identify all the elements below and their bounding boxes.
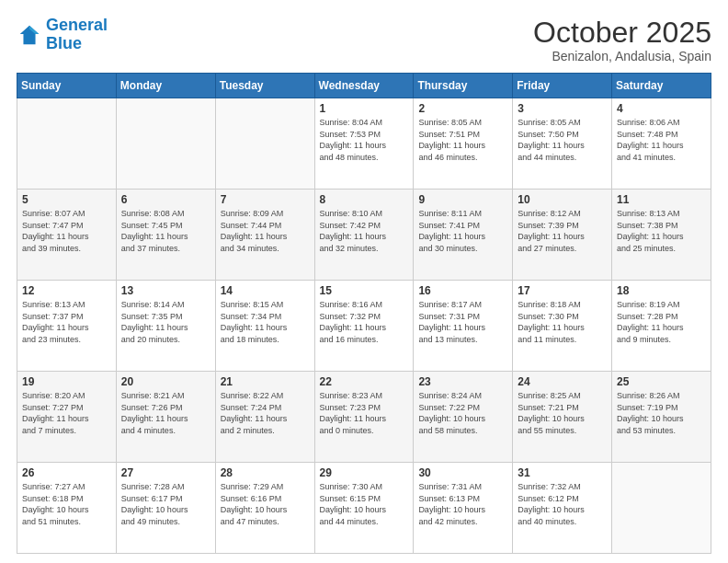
day-number: 13 (121, 284, 210, 297)
calendar-cell: 25Sunrise: 8:26 AM Sunset: 7:19 PM Dayli… (612, 372, 711, 463)
day-info: Sunrise: 8:10 AM Sunset: 7:42 PM Dayligh… (320, 208, 409, 254)
calendar-cell: 15Sunrise: 8:16 AM Sunset: 7:32 PM Dayli… (314, 281, 414, 372)
day-info: Sunrise: 8:18 AM Sunset: 7:30 PM Dayligh… (518, 299, 607, 345)
day-info: Sunrise: 7:31 AM Sunset: 6:13 PM Dayligh… (418, 481, 507, 527)
calendar-week-row: 5Sunrise: 8:07 AM Sunset: 7:47 PM Daylig… (17, 190, 711, 281)
day-number: 22 (320, 375, 409, 388)
calendar-cell: 11Sunrise: 8:13 AM Sunset: 7:38 PM Dayli… (612, 190, 711, 281)
day-info: Sunrise: 8:06 AM Sunset: 7:48 PM Dayligh… (617, 117, 706, 163)
day-number: 2 (418, 102, 507, 115)
calendar-cell: 3Sunrise: 8:05 AM Sunset: 7:50 PM Daylig… (513, 98, 612, 190)
calendar-cell: 21Sunrise: 8:22 AM Sunset: 7:24 PM Dayli… (215, 372, 314, 463)
day-number: 4 (617, 102, 706, 115)
calendar-cell: 14Sunrise: 8:15 AM Sunset: 7:34 PM Dayli… (215, 281, 314, 372)
day-number: 31 (518, 466, 607, 479)
calendar-cell: 10Sunrise: 8:12 AM Sunset: 7:39 PM Dayli… (513, 190, 612, 281)
day-info: Sunrise: 8:21 AM Sunset: 7:26 PM Dayligh… (121, 390, 210, 436)
calendar-cell: 22Sunrise: 8:23 AM Sunset: 7:23 PM Dayli… (314, 372, 414, 463)
calendar-cell: 29Sunrise: 7:30 AM Sunset: 6:15 PM Dayli… (314, 463, 414, 554)
calendar-cell: 31Sunrise: 7:32 AM Sunset: 6:12 PM Dayli… (513, 463, 612, 554)
calendar-cell: 18Sunrise: 8:19 AM Sunset: 7:28 PM Dayli… (612, 281, 711, 372)
day-number: 23 (418, 375, 507, 388)
day-number: 9 (418, 193, 507, 206)
day-number: 28 (221, 466, 310, 479)
day-info: Sunrise: 8:25 AM Sunset: 7:21 PM Dayligh… (518, 390, 607, 436)
day-info: Sunrise: 8:12 AM Sunset: 7:39 PM Dayligh… (518, 208, 607, 254)
subtitle: Benizalon, Andalusia, Spain (533, 49, 711, 63)
day-number: 14 (221, 284, 310, 297)
calendar-cell: 7Sunrise: 8:09 AM Sunset: 7:44 PM Daylig… (215, 190, 314, 281)
calendar-cell: 26Sunrise: 7:27 AM Sunset: 6:18 PM Dayli… (17, 463, 117, 554)
calendar-cell: 13Sunrise: 8:14 AM Sunset: 7:35 PM Dayli… (116, 281, 215, 372)
calendar-day-header: Sunday (17, 74, 117, 98)
calendar-cell: 8Sunrise: 8:10 AM Sunset: 7:42 PM Daylig… (314, 190, 414, 281)
day-number: 7 (221, 193, 310, 206)
calendar-day-header: Friday (513, 74, 612, 98)
calendar-cell: 19Sunrise: 8:20 AM Sunset: 7:27 PM Dayli… (17, 372, 117, 463)
day-number: 17 (518, 284, 607, 297)
calendar-cell: 2Sunrise: 8:05 AM Sunset: 7:51 PM Daylig… (414, 98, 513, 190)
calendar-cell: 6Sunrise: 8:08 AM Sunset: 7:45 PM Daylig… (116, 190, 215, 281)
page: General Blue October 2025 Benizalon, And… (0, 0, 728, 563)
day-info: Sunrise: 8:05 AM Sunset: 7:50 PM Dayligh… (518, 117, 607, 163)
calendar-cell: 4Sunrise: 8:06 AM Sunset: 7:48 PM Daylig… (612, 98, 711, 190)
day-number: 27 (121, 466, 210, 479)
day-info: Sunrise: 8:04 AM Sunset: 7:53 PM Dayligh… (320, 117, 409, 163)
day-info: Sunrise: 8:07 AM Sunset: 7:47 PM Dayligh… (22, 208, 111, 254)
day-info: Sunrise: 8:22 AM Sunset: 7:24 PM Dayligh… (221, 390, 310, 436)
logo-text: General Blue (46, 17, 108, 53)
calendar-week-row: 26Sunrise: 7:27 AM Sunset: 6:18 PM Dayli… (17, 463, 711, 554)
calendar-day-header: Thursday (414, 74, 513, 98)
day-info: Sunrise: 8:26 AM Sunset: 7:19 PM Dayligh… (617, 390, 706, 436)
day-number: 21 (221, 375, 310, 388)
day-info: Sunrise: 7:28 AM Sunset: 6:17 PM Dayligh… (121, 481, 210, 527)
calendar-cell: 27Sunrise: 7:28 AM Sunset: 6:17 PM Dayli… (116, 463, 215, 554)
calendar-day-header: Saturday (612, 74, 711, 98)
day-number: 24 (518, 375, 607, 388)
calendar-week-row: 12Sunrise: 8:13 AM Sunset: 7:37 PM Dayli… (17, 281, 711, 372)
calendar-day-header: Wednesday (314, 74, 414, 98)
day-info: Sunrise: 7:30 AM Sunset: 6:15 PM Dayligh… (320, 481, 409, 527)
day-info: Sunrise: 8:24 AM Sunset: 7:22 PM Dayligh… (418, 390, 507, 436)
day-number: 6 (121, 193, 210, 206)
calendar-day-header: Monday (116, 74, 215, 98)
day-number: 12 (22, 284, 111, 297)
calendar-cell: 16Sunrise: 8:17 AM Sunset: 7:31 PM Dayli… (414, 281, 513, 372)
calendar-cell: 17Sunrise: 8:18 AM Sunset: 7:30 PM Dayli… (513, 281, 612, 372)
logo: General Blue (17, 17, 108, 53)
calendar-cell: 5Sunrise: 8:07 AM Sunset: 7:47 PM Daylig… (17, 190, 117, 281)
day-number: 19 (22, 375, 111, 388)
calendar-cell (215, 98, 314, 190)
day-number: 11 (617, 193, 706, 206)
calendar-cell: 12Sunrise: 8:13 AM Sunset: 7:37 PM Dayli… (17, 281, 117, 372)
calendar-table: SundayMondayTuesdayWednesdayThursdayFrid… (17, 73, 711, 554)
calendar-cell: 20Sunrise: 8:21 AM Sunset: 7:26 PM Dayli… (116, 372, 215, 463)
day-number: 16 (418, 284, 507, 297)
day-number: 1 (320, 102, 409, 115)
day-info: Sunrise: 8:05 AM Sunset: 7:51 PM Dayligh… (418, 117, 507, 163)
day-info: Sunrise: 7:32 AM Sunset: 6:12 PM Dayligh… (518, 481, 607, 527)
calendar-cell: 30Sunrise: 7:31 AM Sunset: 6:13 PM Dayli… (414, 463, 513, 554)
header: General Blue October 2025 Benizalon, And… (17, 17, 711, 63)
day-number: 10 (518, 193, 607, 206)
day-number: 8 (320, 193, 409, 206)
calendar-cell: 1Sunrise: 8:04 AM Sunset: 7:53 PM Daylig… (314, 98, 414, 190)
logo-icon (17, 22, 42, 48)
calendar-cell: 28Sunrise: 7:29 AM Sunset: 6:16 PM Dayli… (215, 463, 314, 554)
logo-line1: General (46, 16, 108, 34)
day-info: Sunrise: 8:14 AM Sunset: 7:35 PM Dayligh… (121, 299, 210, 345)
main-title: October 2025 (533, 17, 711, 49)
day-info: Sunrise: 8:13 AM Sunset: 7:37 PM Dayligh… (22, 299, 111, 345)
day-number: 20 (121, 375, 210, 388)
calendar-header-row: SundayMondayTuesdayWednesdayThursdayFrid… (17, 74, 711, 98)
calendar-cell: 23Sunrise: 8:24 AM Sunset: 7:22 PM Dayli… (414, 372, 513, 463)
title-area: October 2025 Benizalon, Andalusia, Spain (533, 17, 711, 63)
day-info: Sunrise: 8:16 AM Sunset: 7:32 PM Dayligh… (320, 299, 409, 345)
day-info: Sunrise: 7:29 AM Sunset: 6:16 PM Dayligh… (221, 481, 310, 527)
day-info: Sunrise: 8:19 AM Sunset: 7:28 PM Dayligh… (617, 299, 706, 345)
day-info: Sunrise: 8:11 AM Sunset: 7:41 PM Dayligh… (418, 208, 507, 254)
calendar-cell: 9Sunrise: 8:11 AM Sunset: 7:41 PM Daylig… (414, 190, 513, 281)
day-number: 5 (22, 193, 111, 206)
day-info: Sunrise: 8:17 AM Sunset: 7:31 PM Dayligh… (418, 299, 507, 345)
calendar-cell: 24Sunrise: 8:25 AM Sunset: 7:21 PM Dayli… (513, 372, 612, 463)
